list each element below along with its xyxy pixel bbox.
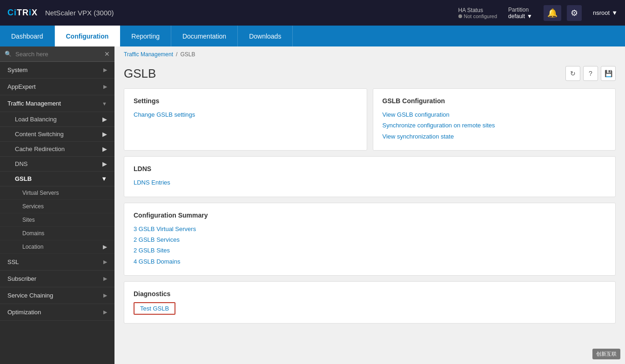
sidebar-item-domains[interactable]: Domains [0,227,114,240]
breadcrumb-current: GSLB [180,51,195,58]
nav-bar: Dashboard Configuration Reporting Docume… [0,26,625,46]
sidebar-item-optimization[interactable]: Optimization ▶ [0,304,114,321]
ldns-entries-link[interactable]: LDNS Entries [134,177,606,188]
sync-config-link[interactable]: Synchronize configuration on remote site… [383,120,606,131]
ha-status-value: Not configured [458,13,497,19]
sidebar-sites-label: Sites [22,217,35,223]
sidebar-content-switching-label: Content Switching [15,131,64,138]
test-gslb-button[interactable]: Test GSLB [134,302,175,315]
sidebar-item-system[interactable]: System ▶ [0,62,114,79]
sidebar-system-chevron: ▶ [103,67,107,73]
sidebar-traffic-management-chevron: ▼ [102,101,107,106]
partition-chevron-icon: ▼ [527,13,532,20]
sidebar-subscriber-label: Subscriber [7,275,36,282]
search-icon: 🔍 [5,51,12,57]
sidebar-gslb-chevron: ▼ [101,175,107,182]
sidebar-ssl-chevron: ▶ [103,259,107,265]
ldns-card: LDNS LDNS Entries [124,156,616,197]
sidebar-item-sites[interactable]: Sites [0,213,114,227]
sidebar-item-service-chaining[interactable]: Service Chaining ▶ [0,287,114,304]
sidebar-load-balancing-chevron: ▶ [102,116,107,123]
header-actions: ↻ ? 💾 [565,66,616,81]
logo-area: CiTRiX NetScaler VPX (3000) [7,8,458,18]
top-icons: 🔔 ⚙ [544,5,582,21]
partition-value: default ▼ [508,13,532,20]
view-gslb-config-link[interactable]: View GSLB configuration [383,109,606,120]
gslb-domains-link[interactable]: 4 GSLB Domains [134,256,606,267]
content-area: Traffic Management / GSLB GSLB ↻ ? 💾 Set… [114,46,625,364]
sidebar-item-appexpert[interactable]: AppExpert ▶ [0,79,114,95]
sidebar-service-chaining-chevron: ▶ [103,292,107,298]
cards-container: Settings Change GSLB settings GSLB Confi… [114,88,625,333]
sidebar-item-services[interactable]: Services [0,200,114,213]
sidebar-location-chevron: ▶ [103,244,107,250]
refresh-button[interactable]: ↻ [565,66,580,81]
sidebar-cache-redirection-chevron: ▶ [102,146,107,152]
breadcrumb: Traffic Management / GSLB [114,46,625,62]
ha-status-label: HA Status [458,7,483,13]
gslb-services-link[interactable]: 2 GSLB Services [134,234,606,245]
card-row-3: Configuration Summary 3 GSLB Virtual Ser… [124,203,616,276]
sidebar-service-chaining-label: Service Chaining [7,292,53,299]
page-header: GSLB ↻ ? 💾 [114,62,625,88]
help-button[interactable]: ? [583,66,598,81]
config-summary-title: Configuration Summary [134,212,606,219]
sidebar-traffic-management-label: Traffic Management [7,100,61,107]
user-chevron-icon: ▼ [612,9,618,16]
config-summary-card: Configuration Summary 3 GSLB Virtual Ser… [124,203,616,276]
nav-reporting[interactable]: Reporting [120,26,171,46]
user-menu[interactable]: nsroot ▼ [593,9,618,16]
view-sync-state-link[interactable]: View synchronization state [383,131,606,142]
sidebar-system-label: System [7,66,27,73]
sidebar-item-content-switching[interactable]: Content Switching ▶ [0,127,114,142]
sidebar-item-location[interactable]: Location ▶ [0,240,114,254]
sidebar-optimization-label: Optimization [7,309,41,316]
nav-dashboard[interactable]: Dashboard [0,26,55,46]
sidebar-dns-chevron: ▶ [102,160,107,167]
nav-documentation[interactable]: Documentation [171,26,238,46]
card-row-2: LDNS LDNS Entries [124,156,616,197]
change-gslb-settings-link[interactable]: Change GSLB settings [134,109,357,120]
ha-status: HA Status Not configured [458,7,497,19]
settings-icon[interactable]: ⚙ [567,5,582,21]
sidebar-location-label: Location [22,244,43,250]
citrix-logo: CiTRiX [7,8,38,18]
breadcrumb-parent[interactable]: Traffic Management [124,51,173,58]
watermark: 创新互联 [592,349,620,359]
gslb-sites-link[interactable]: 2 GSLB Sites [134,245,606,256]
card-row-1: Settings Change GSLB settings GSLB Confi… [124,88,616,151]
username: nsroot [593,9,610,16]
partition-selector[interactable]: Partition default ▼ [508,7,532,20]
sidebar-item-traffic-management[interactable]: Traffic Management ▼ [0,95,114,112]
search-clear-icon[interactable]: ✕ [104,50,110,58]
sidebar-item-cache-redirection[interactable]: Cache Redirection ▶ [0,142,114,157]
diagnostics-title: Diagnostics [134,290,606,298]
sidebar-item-load-balancing[interactable]: Load Balancing ▶ [0,112,114,127]
ldns-title: LDNS [134,165,606,172]
gslb-virtual-servers-link[interactable]: 3 GSLB Virtual Servers [134,224,606,234]
top-bar: CiTRiX NetScaler VPX (3000) HA Status No… [0,0,625,26]
sidebar-item-gslb[interactable]: GSLB ▼ [0,172,114,186]
sidebar-optimization-chevron: ▶ [103,309,107,315]
sidebar-subscriber-chevron: ▶ [103,276,107,282]
breadcrumb-separator: / [176,51,177,58]
notification-icon[interactable]: 🔔 [544,5,561,21]
sidebar-virtual-servers-label: Virtual Servers [22,190,59,196]
nav-configuration[interactable]: Configuration [55,26,121,46]
sidebar-gslb-label: GSLB [15,175,32,182]
settings-card-title: Settings [134,97,357,105]
search-input[interactable] [15,51,104,58]
product-name: NetScaler VPX (3000) [45,9,114,17]
sidebar-services-label: Services [22,203,44,210]
sidebar-appexpert-chevron: ▶ [103,84,107,90]
sidebar-item-virtual-servers[interactable]: Virtual Servers [0,186,114,200]
sidebar-item-ssl[interactable]: SSL ▶ [0,254,114,271]
sidebar-dns-label: DNS [15,160,27,167]
gslb-config-card: GSLB Configuration View GSLB configurati… [373,88,616,151]
nav-downloads[interactable]: Downloads [238,26,293,46]
sidebar-item-dns[interactable]: DNS ▶ [0,157,114,172]
gslb-config-title: GSLB Configuration [383,97,606,105]
sidebar-item-subscriber[interactable]: Subscriber ▶ [0,271,114,287]
sidebar-load-balancing-label: Load Balancing [15,116,57,123]
save-button[interactable]: 💾 [601,66,616,81]
